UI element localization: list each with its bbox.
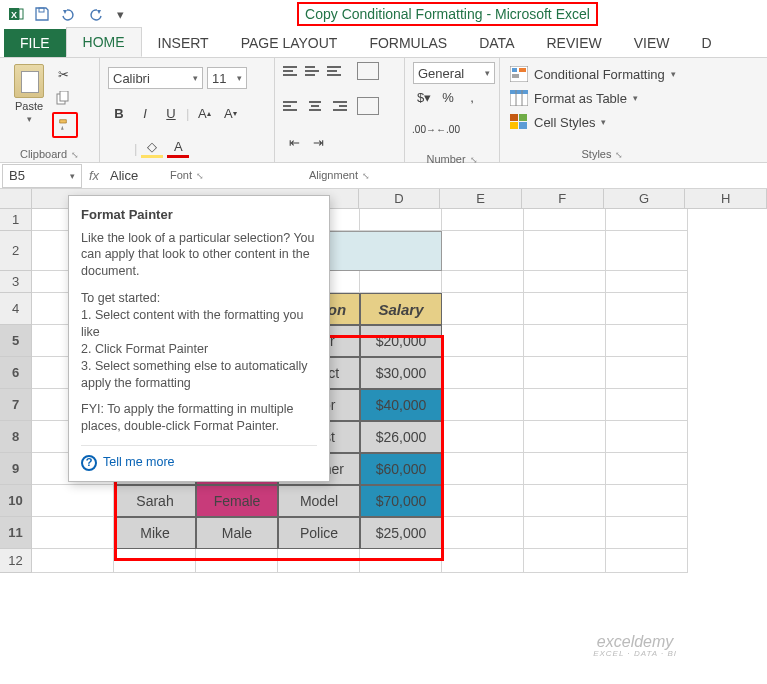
table-cell[interactable]: $60,000 bbox=[360, 453, 442, 485]
select-all-corner[interactable] bbox=[0, 189, 32, 209]
tooltip-title: Format Painter bbox=[81, 206, 317, 224]
row-header[interactable]: 10 bbox=[0, 485, 32, 517]
svg-rect-7 bbox=[512, 68, 517, 72]
tab-data[interactable]: DATA bbox=[463, 29, 530, 57]
fx-icon[interactable]: fx bbox=[84, 168, 104, 183]
tell-me-more-link[interactable]: ?Tell me more bbox=[81, 445, 317, 471]
decrease-decimal-button[interactable]: ←.00 bbox=[437, 119, 459, 139]
table-cell[interactable]: Sarah bbox=[114, 485, 196, 517]
increase-decimal-button[interactable]: .00→ bbox=[413, 119, 435, 139]
fill-color-button[interactable]: ◇ bbox=[141, 138, 163, 158]
table-cell[interactable]: $30,000 bbox=[360, 357, 442, 389]
column-header[interactable]: E bbox=[440, 189, 522, 209]
currency-button[interactable]: $▾ bbox=[413, 87, 435, 107]
group-clipboard: Paste ▾ ✂ Clipboard bbox=[0, 58, 100, 162]
table-cell[interactable]: $20,000 bbox=[360, 325, 442, 357]
table-cell[interactable]: $26,000 bbox=[360, 421, 442, 453]
font-size-select[interactable]: 11▾ bbox=[207, 67, 247, 89]
increase-indent-button[interactable]: ⇥ bbox=[307, 132, 329, 152]
copy-icon[interactable] bbox=[52, 88, 74, 108]
tab-view[interactable]: VIEW bbox=[618, 29, 686, 57]
column-header[interactable]: D bbox=[359, 189, 441, 209]
table-cell[interactable]: Male bbox=[196, 517, 278, 549]
row-header[interactable]: 4 bbox=[0, 293, 32, 325]
row-header[interactable]: 9 bbox=[0, 453, 32, 485]
group-label-styles: Styles bbox=[510, 148, 695, 160]
align-middle-button[interactable] bbox=[305, 62, 325, 80]
column-header[interactable]: H bbox=[685, 189, 767, 209]
table-cell[interactable]: $70,000 bbox=[360, 485, 442, 517]
group-alignment: ⇤ ⇥ Alignment bbox=[275, 58, 405, 162]
tab-review[interactable]: REVIEW bbox=[530, 29, 617, 57]
row-header[interactable]: 2 bbox=[0, 231, 32, 271]
grow-font-button[interactable]: A▴ bbox=[193, 103, 215, 123]
ribbon: Paste ▾ ✂ Clipboard Calibri▾ 11▾ B I U |… bbox=[0, 58, 767, 163]
qat-more-icon[interactable]: ▾ bbox=[112, 6, 128, 22]
decrease-indent-button[interactable]: ⇤ bbox=[283, 132, 305, 152]
format-as-table-button[interactable]: Format as Table▾ bbox=[510, 86, 695, 110]
table-cell[interactable]: Mike bbox=[114, 517, 196, 549]
align-bottom-button[interactable] bbox=[327, 62, 347, 80]
comma-button[interactable]: , bbox=[461, 87, 483, 107]
conditional-formatting-button[interactable]: Conditional Formatting▾ bbox=[510, 62, 695, 86]
tab-formulas[interactable]: FORMULAS bbox=[353, 29, 463, 57]
wrap-text-button[interactable] bbox=[357, 62, 379, 80]
tab-more[interactable]: D bbox=[685, 29, 727, 57]
undo-icon[interactable] bbox=[60, 6, 76, 22]
row-header[interactable]: 3 bbox=[0, 271, 32, 293]
format-painter-button[interactable] bbox=[52, 112, 78, 138]
window-title: Copy Conditional Formatting - Microsoft … bbox=[136, 6, 759, 22]
tab-insert[interactable]: INSERT bbox=[142, 29, 225, 57]
row-header[interactable]: 8 bbox=[0, 421, 32, 453]
save-icon[interactable] bbox=[34, 6, 50, 22]
tooltip-text: To get started:1. Select content with th… bbox=[81, 290, 317, 391]
paste-label: Paste bbox=[15, 100, 43, 112]
align-left-button[interactable] bbox=[283, 97, 303, 115]
percent-button[interactable]: % bbox=[437, 87, 459, 107]
row-header[interactable]: 5 bbox=[0, 325, 32, 357]
row-header[interactable]: 6 bbox=[0, 357, 32, 389]
tab-file[interactable]: FILE bbox=[4, 29, 66, 57]
shrink-font-button[interactable]: A▾ bbox=[219, 103, 241, 123]
help-icon: ? bbox=[81, 455, 97, 471]
font-name-select[interactable]: Calibri▾ bbox=[108, 67, 203, 89]
table-cell[interactable]: Female bbox=[196, 485, 278, 517]
svg-rect-11 bbox=[510, 90, 528, 94]
italic-button[interactable]: I bbox=[134, 103, 156, 123]
excel-icon: X bbox=[8, 6, 24, 22]
align-center-button[interactable] bbox=[305, 97, 325, 115]
table-cell[interactable]: Model bbox=[278, 485, 360, 517]
name-box[interactable]: B5▾ bbox=[2, 164, 82, 188]
align-right-button[interactable] bbox=[327, 97, 347, 115]
title-bar: X ▾ Copy Conditional Formatting - Micros… bbox=[0, 0, 767, 28]
table-cell[interactable]: $25,000 bbox=[360, 517, 442, 549]
tooltip-text: Like the look of a particular selection?… bbox=[81, 230, 317, 281]
row-header[interactable]: 1 bbox=[0, 209, 32, 231]
cell-styles-icon bbox=[510, 114, 528, 130]
tab-page-layout[interactable]: PAGE LAYOUT bbox=[225, 29, 354, 57]
column-header[interactable]: G bbox=[604, 189, 686, 209]
cut-icon[interactable]: ✂ bbox=[52, 64, 74, 84]
svg-rect-15 bbox=[519, 114, 527, 121]
redo-icon[interactable] bbox=[86, 6, 102, 22]
font-color-button[interactable]: A bbox=[167, 138, 189, 158]
number-format-select[interactable]: General▾ bbox=[413, 62, 495, 84]
underline-button[interactable]: U bbox=[160, 103, 182, 123]
cell-styles-button[interactable]: Cell Styles▾ bbox=[510, 110, 695, 134]
row-header[interactable]: 11 bbox=[0, 517, 32, 549]
paste-icon bbox=[14, 64, 44, 98]
table-cell[interactable]: $40,000 bbox=[360, 389, 442, 421]
row-header[interactable]: 12 bbox=[0, 549, 32, 573]
merge-center-button[interactable] bbox=[357, 97, 379, 115]
row-header[interactable]: 7 bbox=[0, 389, 32, 421]
table-header[interactable]: Salary bbox=[360, 293, 442, 325]
column-header[interactable]: F bbox=[522, 189, 604, 209]
tab-home[interactable]: HOME bbox=[66, 27, 142, 57]
paste-button[interactable]: Paste ▾ bbox=[8, 62, 50, 134]
bold-button[interactable]: B bbox=[108, 103, 130, 123]
table-cell[interactable]: Police bbox=[278, 517, 360, 549]
svg-rect-9 bbox=[512, 74, 519, 78]
watermark: exceldemy EXCEL · DATA · BI bbox=[593, 633, 677, 659]
align-top-button[interactable] bbox=[283, 62, 303, 80]
borders-button[interactable] bbox=[108, 138, 130, 158]
